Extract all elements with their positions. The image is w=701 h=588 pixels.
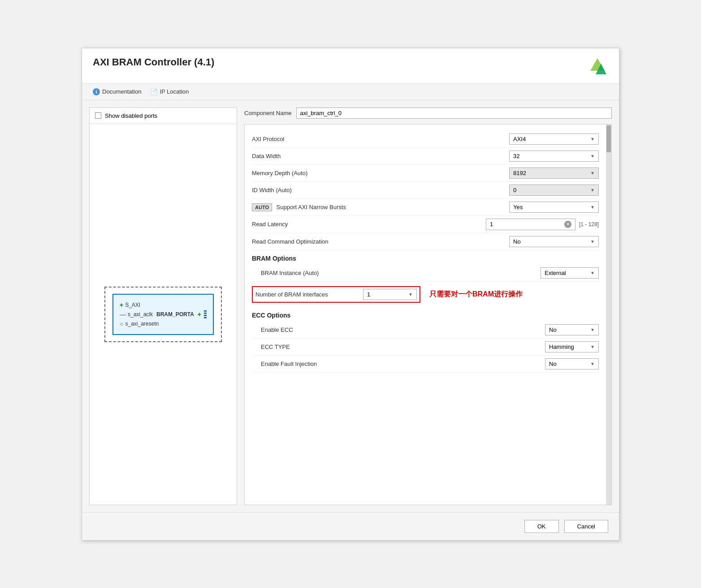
- param-row-read-latency: Read Latency 1 ✕ [1 - 128]: [252, 216, 599, 233]
- ip-location-link[interactable]: 📄 IP Location: [150, 88, 189, 95]
- chevron-down-icon-10: ▼: [590, 344, 595, 349]
- param-input-read-latency[interactable]: 1 ✕: [486, 219, 576, 230]
- left-panel-header: Show disabled ports: [90, 108, 237, 124]
- chevron-down-icon-4: ▼: [590, 188, 595, 193]
- content-area: Show disabled ports + S_AXI — s_axi_aclk…: [82, 100, 619, 512]
- component-name-input[interactable]: [296, 107, 612, 119]
- auto-badge: AUTO: [252, 203, 272, 211]
- port-row-aclk: — s_axi_aclk BRAM_PORTA +: [120, 310, 207, 319]
- param-value-read-latency: 1: [490, 221, 564, 227]
- minus-icon: —: [120, 311, 126, 318]
- chevron-down-icon-11: ▼: [590, 361, 595, 366]
- param-select-fault-injection[interactable]: No ▼: [545, 358, 599, 369]
- file-icon: 📄: [150, 88, 157, 95]
- param-select-num-bram-interfaces[interactable]: 1 ▼: [363, 289, 417, 300]
- ecc-options-header: ECC Options: [252, 307, 599, 322]
- chevron-down-icon: ▼: [590, 137, 595, 142]
- right-panel: Component Name AXI Protocol AXI4 ▼: [244, 107, 612, 505]
- param-select-data-width[interactable]: 32 ▼: [509, 150, 599, 162]
- documentation-link[interactable]: i Documentation: [93, 88, 141, 95]
- cancel-button[interactable]: Cancel: [564, 520, 608, 533]
- chevron-down-icon-5: ▼: [590, 205, 595, 210]
- chevron-down-icon-8: ▼: [408, 292, 413, 297]
- component-name-row: Component Name: [244, 107, 612, 119]
- param-value-narrow-bursts: Yes: [513, 204, 523, 210]
- param-value-axi-protocol: AXI4: [513, 136, 526, 142]
- annotation-text: 只需要对一个BRAM进行操作: [429, 290, 523, 299]
- param-select-id-width[interactable]: 0 ▼: [509, 185, 599, 196]
- s-axi-label: S_AXI: [125, 302, 140, 308]
- param-value-num-bram-interfaces: 1: [367, 291, 370, 298]
- clear-button[interactable]: ✕: [564, 221, 571, 228]
- param-row-narrow-bursts: AUTO Support AXI Narrow Bursts Yes ▼: [252, 199, 599, 216]
- info-icon: i: [93, 88, 100, 95]
- scrollbar-track: [606, 124, 611, 505]
- component-name-label: Component Name: [244, 110, 292, 116]
- params-scroll[interactable]: AXI Protocol AXI4 ▼ Data Width 32 ▼: [245, 124, 606, 505]
- param-label-ecc-type: ECC TYPE: [261, 343, 545, 350]
- param-row-axi-protocol: AXI Protocol AXI4 ▼: [252, 131, 599, 148]
- scrollbar-thumb[interactable]: [606, 125, 611, 152]
- bram-options-header: BRAM Options: [252, 250, 599, 265]
- chevron-down-icon-3: ▼: [590, 171, 595, 176]
- bram-plus-icon: +: [198, 311, 201, 318]
- param-value-fault-injection: No: [549, 361, 557, 367]
- show-disabled-label: Show disabled ports: [105, 112, 157, 119]
- param-row-enable-ecc: Enable ECC No ▼: [252, 322, 599, 339]
- param-select-memory-depth[interactable]: 8192 ▼: [509, 167, 599, 179]
- param-row-num-bram-interfaces: Number of BRAM interfaces 1 ▼: [252, 286, 420, 303]
- param-row-data-width: Data Width 32 ▼: [252, 148, 599, 165]
- chevron-down-icon-2: ▼: [590, 154, 595, 159]
- main-dialog: AXI BRAM Controller (4.1) i Documentatio…: [82, 48, 619, 541]
- param-select-enable-ecc[interactable]: No ▼: [545, 324, 599, 335]
- aclk-label: s_axi_aclk: [128, 311, 153, 318]
- param-select-read-cmd-opt[interactable]: No ▼: [509, 236, 599, 247]
- range-hint: [1 - 128]: [579, 221, 599, 227]
- param-label-memory-depth: Memory Depth (Auto): [252, 170, 509, 176]
- port-row-aresetn: ○ s_axi_aresetn: [120, 320, 207, 327]
- documentation-label: Documentation: [102, 88, 141, 95]
- port-row-saxi: + S_AXI: [120, 301, 207, 309]
- param-value-ecc-type: Hamming: [549, 343, 574, 350]
- bram-porta-label: BRAM_PORTA: [156, 311, 194, 318]
- param-row-bram-instance: BRAM Instance (Auto) External ▼: [252, 265, 599, 282]
- param-label-read-cmd-opt: Read Command Optimization: [252, 238, 509, 245]
- param-row-ecc-type: ECC TYPE Hamming ▼: [252, 339, 599, 356]
- ip-location-label: IP Location: [160, 88, 189, 95]
- param-label-bram-instance: BRAM Instance (Auto): [261, 270, 541, 276]
- param-label-narrow-bursts: AUTO Support AXI Narrow Bursts: [252, 204, 509, 210]
- param-label-num-bram-interfaces: Number of BRAM interfaces: [255, 291, 363, 298]
- param-select-ecc-type[interactable]: Hamming ▼: [545, 341, 599, 352]
- param-row-read-cmd-opt: Read Command Optimization No ▼: [252, 233, 599, 250]
- param-row-fault-injection: Enable Fault Injection No ▼: [252, 356, 599, 373]
- dialog-footer: OK Cancel: [82, 512, 619, 540]
- param-label-enable-ecc: Enable ECC: [261, 326, 545, 333]
- aresetn-label: s_axi_aresetn: [125, 321, 159, 327]
- param-value-read-cmd-opt: No: [513, 238, 521, 245]
- dialog-title: AXI BRAM Controller (4.1): [93, 56, 214, 68]
- show-disabled-checkbox[interactable]: [95, 112, 101, 119]
- param-value-memory-depth: 8192: [513, 170, 526, 176]
- toolbar: i Documentation 📄 IP Location: [82, 84, 619, 100]
- param-select-bram-instance[interactable]: External ▼: [541, 267, 599, 279]
- circle-icon: ○: [120, 320, 123, 327]
- param-label-id-width: ID Width (Auto): [252, 187, 509, 193]
- param-row-id-width: ID Width (Auto) 0 ▼: [252, 182, 599, 199]
- bram-interfaces-row-container: Number of BRAM interfaces 1 ▼ 只需要对一个BRAM…: [252, 284, 599, 305]
- param-value-bram-instance: External: [545, 270, 566, 276]
- param-select-axi-protocol[interactable]: AXI4 ▼: [509, 133, 599, 145]
- chevron-down-icon-6: ▼: [590, 239, 595, 244]
- chevron-down-icon-9: ▼: [590, 327, 595, 332]
- param-label-read-latency: Read Latency: [252, 221, 486, 227]
- ok-button[interactable]: OK: [524, 520, 559, 533]
- param-select-narrow-bursts[interactable]: Yes ▼: [509, 202, 599, 213]
- xilinx-logo: [587, 56, 608, 78]
- params-area: AXI Protocol AXI4 ▼ Data Width 32 ▼: [244, 124, 612, 505]
- dialog-header: AXI BRAM Controller (4.1): [82, 48, 619, 84]
- param-value-data-width: 32: [513, 153, 519, 159]
- param-label-fault-injection: Enable Fault Injection: [261, 361, 545, 367]
- param-value-id-width: 0: [513, 187, 516, 193]
- block-diagram: + S_AXI — s_axi_aclk BRAM_PORTA +: [90, 124, 237, 505]
- param-row-memory-depth: Memory Depth (Auto) 8192 ▼: [252, 165, 599, 182]
- chevron-down-icon-7: ▼: [590, 270, 595, 275]
